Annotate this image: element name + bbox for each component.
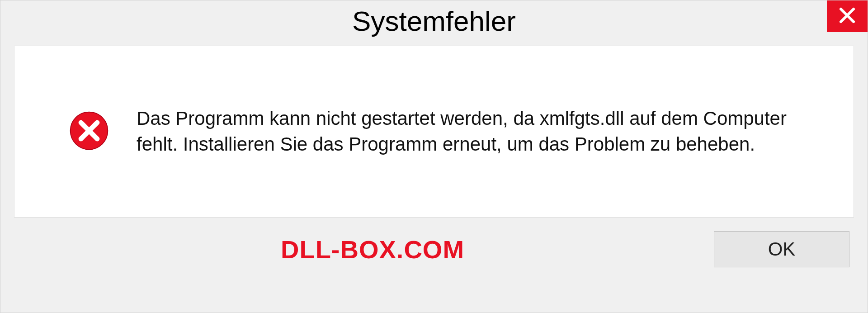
dialog-footer: DLL-BOX.COM OK: [0, 231, 868, 290]
message-panel: Das Programm kann nicht gestartet werden…: [14, 46, 854, 218]
dialog-title: Systemfehler: [352, 5, 516, 37]
error-message: Das Programm kann nicht gestartet werden…: [137, 106, 826, 157]
error-icon: [69, 110, 109, 153]
watermark-text: DLL-BOX.COM: [281, 235, 464, 264]
ok-button[interactable]: OK: [714, 231, 849, 267]
title-bar: Systemfehler: [0, 0, 868, 41]
close-button[interactable]: [827, 0, 868, 32]
error-dialog: Systemfehler Das Programm kann nicht ges…: [0, 0, 868, 313]
close-icon: [838, 6, 856, 26]
